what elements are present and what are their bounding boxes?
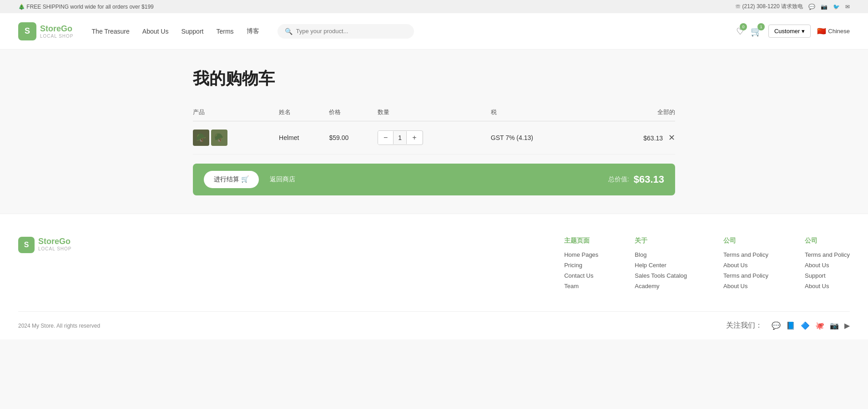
language-selector[interactable]: 🇨🇳 Chinese <box>817 27 850 35</box>
footer-link-terms2[interactable]: Terms and Policy <box>723 272 768 279</box>
footer-col-company2: 公司 Terms and Policy About Us Support Abo… <box>805 237 850 293</box>
search-input[interactable] <box>296 28 407 35</box>
wishlist-button[interactable]: ♡ 0 <box>736 26 744 37</box>
shipping-notice: 🎄 FREE SHIPPING world wide for all order… <box>18 4 154 10</box>
col-qty: 数量 <box>378 104 491 121</box>
footer-bottom: 2024 My Store. All rights reserved 关注我们：… <box>18 311 850 330</box>
footer-link-pricing[interactable]: Pricing <box>564 262 598 269</box>
footer-link-terms1[interactable]: Terms and Policy <box>723 251 768 258</box>
footer-col-about-heading: 关于 <box>635 237 687 245</box>
footer-col-about: 关于 Blog Help Center Sales Tools Catalog … <box>635 237 687 293</box>
social-icons: 关注我们： 💬 📘 🔷 🐙 📷 ▶ <box>726 321 850 330</box>
customer-label: Customer <box>774 28 800 35</box>
main-nav: The Treasure About Us Support Terms 博客 <box>92 27 259 35</box>
footer-logo-text: StoreGo LOCAL SHOP <box>38 237 72 251</box>
github-icon[interactable]: 🐙 <box>815 321 824 330</box>
product-images: 🪖 🪖 <box>193 121 279 155</box>
skype-icon[interactable]: 🔷 <box>801 321 810 330</box>
col-product: 产品 <box>193 104 279 121</box>
footer: S StoreGo LOCAL SHOP 主题页面 Home Pages Pri… <box>0 214 868 339</box>
logo-text: StoreGo LOCAL SHOP <box>40 24 74 39</box>
footer-link-home[interactable]: Home Pages <box>564 251 598 258</box>
cart-title: 我的购物车 <box>193 68 675 90</box>
footer-col-theme: 主题页面 Home Pages Pricing Contact Us Team <box>564 237 598 293</box>
checkout-button[interactable]: 进行结算 🛒 <box>204 171 259 188</box>
footer-link-about4[interactable]: About Us <box>805 283 850 289</box>
footer-link-contact[interactable]: Contact Us <box>564 272 598 279</box>
main-content: 我的购物车 产品 姓名 价格 数量 税 全部的 🪖 🪖 Helmet <box>184 50 684 214</box>
footer-link-help[interactable]: Help Center <box>635 262 687 269</box>
nav-treasure[interactable]: The Treasure <box>92 28 130 35</box>
top-banner: 🎄 FREE SHIPPING world wide for all order… <box>0 0 868 13</box>
language-label: Chinese <box>828 28 850 35</box>
footer-columns: 主题页面 Home Pages Pricing Contact Us Team … <box>99 237 850 293</box>
footer-col-theme-heading: 主题页面 <box>564 237 598 245</box>
logo-icon: S <box>18 22 36 40</box>
product-img-2: 🪖 <box>211 130 227 146</box>
nav-about[interactable]: About Us <box>142 28 169 35</box>
twitter-icon: 🐦 <box>833 4 840 10</box>
footer-link-about1[interactable]: About Us <box>723 262 768 269</box>
footer-link-terms3[interactable]: Terms and Policy <box>805 251 850 258</box>
email-icon: ✉ <box>845 4 850 10</box>
product-tax: GST 7% (4.13) <box>491 121 596 155</box>
footer-link-academy[interactable]: Academy <box>635 283 687 289</box>
subtotal-area: 总价值: $63.13 <box>608 174 664 185</box>
footer-top: S StoreGo LOCAL SHOP 主题页面 Home Pages Pri… <box>18 237 850 293</box>
header: S StoreGo LOCAL SHOP The Treasure About … <box>0 13 868 50</box>
product-price: $59.00 <box>329 121 378 155</box>
remove-item-button[interactable]: ✕ <box>668 133 675 143</box>
cart-button[interactable]: 🛒 1 <box>751 26 762 37</box>
brand-name: StoreGo <box>40 24 74 34</box>
customer-dropdown[interactable]: Customer ▾ <box>768 25 811 38</box>
qty-increase[interactable]: + <box>407 131 422 145</box>
follow-label: 关注我们： <box>726 321 762 330</box>
phone-number: ☏ (212) 308-1220 请求致电 <box>735 3 803 10</box>
footer-col-company2-heading: 公司 <box>805 237 850 245</box>
footer-logo-icon: S <box>18 237 35 253</box>
checkout-label: 进行结算 🛒 <box>214 175 249 184</box>
whatsapp-icon: 💬 <box>808 4 815 10</box>
footer-col-company1: 公司 Terms and Policy About Us Terms and P… <box>723 237 768 293</box>
contact-info: ☏ (212) 308-1220 请求致电 💬 📷 🐦 ✉ <box>735 3 850 10</box>
nav-blog[interactable]: 博客 <box>247 27 259 35</box>
footer-link-about2[interactable]: About Us <box>723 283 768 289</box>
subtotal-label: 总价值: <box>608 175 629 184</box>
col-total: 全部的 <box>596 104 675 121</box>
copyright: 2024 My Store. All rights reserved <box>18 323 100 329</box>
instagram-social-icon[interactable]: 📷 <box>830 321 839 330</box>
cart-table: 产品 姓名 价格 数量 税 全部的 🪖 🪖 Helmet $59.00 <box>193 104 675 155</box>
qty-value: 1 <box>393 131 407 144</box>
cart-row-helmet: 🪖 🪖 Helmet $59.00 − 1 + GST 7% (4.13) $6… <box>193 121 675 155</box>
footer-logo: S StoreGo LOCAL SHOP <box>18 237 72 293</box>
whatsapp-social-icon[interactable]: 💬 <box>772 321 781 330</box>
total-value: $63.13 <box>643 135 663 142</box>
footer-brand-name: StoreGo <box>38 237 72 246</box>
footer-link-support[interactable]: Support <box>805 272 850 279</box>
product-name: Helmet <box>279 121 329 155</box>
col-name: 姓名 <box>279 104 329 121</box>
facebook-icon[interactable]: 📘 <box>786 321 795 330</box>
cart-count: 1 <box>757 23 765 30</box>
footer-link-about3[interactable]: About Us <box>805 262 850 269</box>
qty-decrease[interactable]: − <box>378 131 393 145</box>
cart-table-header: 产品 姓名 价格 数量 税 全部的 <box>193 104 675 121</box>
nav-terms[interactable]: Terms <box>216 28 233 35</box>
search-bar[interactable]: 🔍 <box>278 24 414 39</box>
quantity-control: − 1 + <box>378 130 423 145</box>
footer-link-team[interactable]: Team <box>564 283 598 289</box>
product-qty: − 1 + <box>378 121 491 155</box>
logo[interactable]: S StoreGo LOCAL SHOP <box>18 22 74 40</box>
return-to-shop-link[interactable]: 返回商店 <box>270 175 295 184</box>
footer-link-blog[interactable]: Blog <box>635 251 687 258</box>
footer-col-company1-heading: 公司 <box>723 237 768 245</box>
return-label: 返回商店 <box>270 175 295 183</box>
footer-link-sales[interactable]: Sales Tools Catalog <box>635 272 687 279</box>
youtube-icon[interactable]: ▶ <box>844 321 850 330</box>
product-img-1: 🪖 <box>193 130 209 146</box>
col-price: 价格 <box>329 104 378 121</box>
shipping-text: 🎄 FREE SHIPPING world wide for all order… <box>18 4 154 10</box>
col-tax: 税 <box>491 104 596 121</box>
search-icon: 🔍 <box>285 28 293 35</box>
nav-support[interactable]: Support <box>181 28 203 35</box>
